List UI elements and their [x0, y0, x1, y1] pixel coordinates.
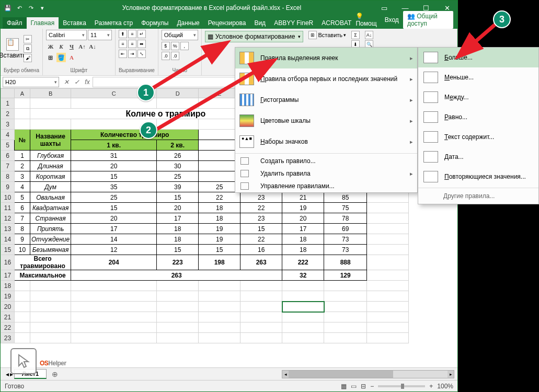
comma-icon[interactable]: , [180, 42, 189, 50]
menu-color-scales[interactable]: Цветовые шкалы [235, 110, 417, 131]
submenu-greater-than[interactable]: Больше... [418, 48, 538, 67]
merge-icon[interactable]: ⬌ [137, 40, 146, 48]
tell-me[interactable]: 💡 Помощ [355, 13, 380, 27]
submenu-duplicate[interactable]: Повторяющиеся значения... [418, 167, 538, 187]
view-layout-icon[interactable]: ▭ [351, 383, 357, 390]
align-center-icon[interactable]: ≡ [128, 40, 136, 48]
annotation-badge-3: 3 [493, 10, 511, 28]
new-rule-icon [240, 157, 249, 165]
menu-data-bars[interactable]: Гистограммы [235, 89, 417, 110]
tab-data[interactable]: Данные [173, 17, 203, 29]
submenu-text-contains[interactable]: Текст содержит... [418, 127, 538, 147]
tab-home[interactable]: Главная [27, 17, 59, 29]
fx-icon[interactable]: fx [82, 78, 93, 86]
cursor-icon [10, 348, 37, 374]
wrap-text-icon[interactable]: ↵ [137, 30, 146, 38]
horizontal-scrollbar[interactable]: ◂ ▸ [282, 370, 454, 378]
submenu-less-than[interactable]: Меньше... [418, 67, 538, 87]
autosum-icon[interactable]: Σ [351, 31, 360, 39]
zoom-slider[interactable] [378, 385, 425, 387]
colorscale-icon [239, 114, 254, 127]
format-painter-icon[interactable]: 🖌 [24, 54, 32, 62]
menu-clear-rules[interactable]: Удалить правила▸ [235, 167, 417, 180]
lt-icon [423, 72, 438, 83]
bold-button[interactable]: Ж [46, 42, 55, 51]
menu-new-rule[interactable]: Создать правило... [235, 155, 417, 167]
text-icon [423, 131, 438, 143]
shrink-font-icon[interactable]: A↓ [88, 42, 97, 51]
sign-in[interactable]: Вход [385, 16, 399, 24]
indent-dec-icon[interactable]: ⇤ [119, 50, 127, 58]
tab-review[interactable]: Рецензирова [204, 17, 250, 29]
topbottom-icon [239, 73, 254, 85]
insert-cells-label[interactable]: Вставить [318, 32, 342, 38]
sheet-nav-prev-icon[interactable]: ◂ [6, 371, 9, 378]
indent-inc-icon[interactable]: ⇥ [128, 50, 136, 58]
date-icon [423, 151, 438, 163]
submenu-between[interactable]: Между... [418, 87, 538, 107]
tab-formulas[interactable]: Формулы [137, 17, 173, 29]
window-title: Условное форматирование в Excel рабочий … [50, 4, 374, 11]
grow-font-icon[interactable]: A↑ [77, 42, 87, 51]
view-break-icon[interactable]: ⊟ [361, 383, 366, 390]
menu-top-bottom-rules[interactable]: Правила отбора первых и последних значен… [235, 68, 417, 89]
redo-icon[interactable]: ↷ [27, 4, 35, 12]
annotation-badge-2: 2 [140, 121, 157, 139]
enter-formula-icon[interactable]: ✓ [72, 78, 82, 86]
submenu-equal-to[interactable]: Равно... [418, 107, 538, 127]
font-size-combo[interactable]: 11 [88, 30, 112, 40]
align-left-icon[interactable]: ≡ [119, 40, 127, 48]
undo-icon[interactable]: ↶ [15, 4, 24, 12]
annotation-badge-1: 1 [137, 84, 155, 101]
tab-file[interactable]: Файл [3, 17, 27, 29]
share-button[interactable]: 👥 Общий доступ [403, 11, 453, 29]
fill-color-icon[interactable]: 🪣 [56, 53, 66, 62]
insert-cells-icon[interactable]: ⊞ [308, 31, 317, 39]
gt-icon [423, 52, 438, 63]
copy-icon[interactable]: ⧉ [24, 44, 32, 53]
currency-icon[interactable]: $ [162, 42, 170, 50]
watermark: OSHelper [10, 348, 66, 374]
zoom-out-icon[interactable]: − [370, 383, 374, 390]
clipboard-icon: 📋 [6, 38, 19, 51]
percent-icon[interactable]: % [171, 42, 179, 50]
menu-manage-rules[interactable]: Управление правилами... [235, 180, 417, 192]
underline-button[interactable]: Ч [67, 42, 76, 51]
tab-insert[interactable]: Вставка [59, 17, 90, 29]
align-mid-icon[interactable]: ≡ [128, 30, 136, 38]
view-normal-icon[interactable]: ▦ [341, 383, 347, 390]
menu-highlight-rules[interactable]: Правила выделения ячеек [235, 48, 417, 68]
number-format-combo[interactable]: Общий [162, 30, 198, 40]
highlight-icon [239, 52, 254, 64]
inc-decimal-icon[interactable]: .0 [162, 52, 170, 60]
zoom-level[interactable]: 100% [437, 383, 453, 390]
tab-abbyy[interactable]: ABBYY FineR [270, 17, 317, 29]
align-top-icon[interactable]: ⬆ [119, 30, 127, 38]
sort-filter-icon[interactable]: A↓ [365, 31, 373, 39]
cut-icon[interactable]: ✂ [24, 35, 32, 43]
border-icon[interactable]: ⊞ [46, 53, 55, 62]
tab-acrobat[interactable]: ACROBAT [317, 17, 355, 29]
font-color-icon[interactable]: A [67, 53, 76, 62]
paste-button[interactable]: 📋 Вставить [4, 30, 21, 67]
dec-decimal-icon[interactable]: .0 [171, 52, 179, 60]
submenu-date[interactable]: Дата... [418, 147, 538, 167]
group-number: Число [162, 67, 198, 74]
menu-icon-sets[interactable]: ●▲■Наборы значков [235, 131, 417, 152]
italic-button[interactable]: К [56, 42, 66, 51]
orientation-icon[interactable]: ⤡ [137, 50, 146, 58]
cond-fmt-menu: Правила выделения ячеек Правила отбора п… [235, 47, 418, 193]
group-align: Выравнивание [119, 67, 155, 74]
cancel-formula-icon[interactable]: ✕ [61, 78, 72, 86]
clear-rules-icon [240, 170, 249, 177]
save-icon[interactable]: 💾 [4, 4, 12, 12]
font-name-combo[interactable]: Calibri [46, 30, 87, 40]
zoom-in-icon[interactable]: + [429, 383, 433, 390]
name-box[interactable]: H20 [3, 77, 59, 87]
conditional-formatting-button[interactable]: ▦ Условное форматирование [205, 31, 304, 42]
group-clipboard: Буфер обмена [4, 67, 39, 74]
tab-layout[interactable]: Разметка стр [90, 17, 137, 29]
qa-more-icon[interactable]: ▾ [38, 4, 47, 12]
tab-view[interactable]: Вид [250, 17, 270, 29]
submenu-more-rules[interactable]: Другие правила... [418, 189, 538, 204]
